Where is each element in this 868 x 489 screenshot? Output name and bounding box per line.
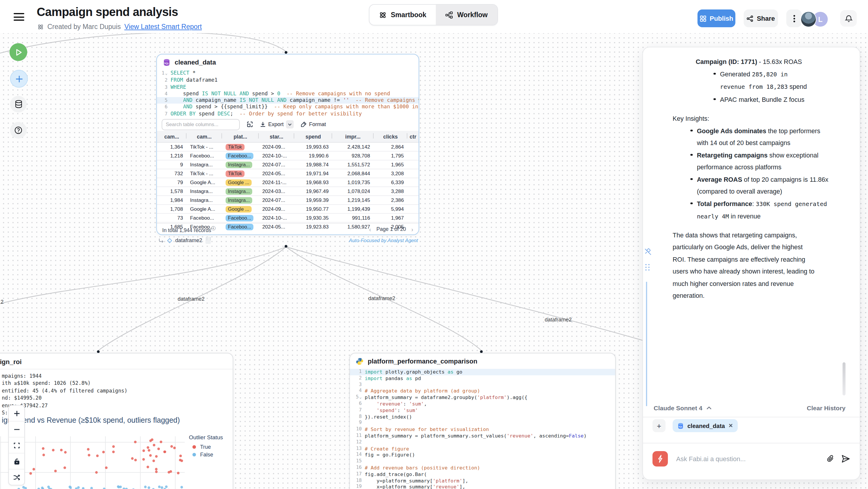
column-header[interactable]: clicks	[374, 131, 407, 142]
code-line: 1⌄SELECT *	[157, 70, 418, 77]
fit-view-button[interactable]	[9, 437, 24, 454]
return-arrow-icon	[159, 238, 164, 243]
platform-badge: Instagra...	[225, 161, 252, 168]
divider	[643, 417, 860, 417]
more-options-button[interactable]	[786, 9, 802, 27]
view-latest-smart-report-link[interactable]: View Latest Smart Report	[124, 23, 202, 30]
help-button[interactable]	[10, 122, 27, 139]
menu-icon[interactable]	[13, 13, 24, 21]
notifications-button[interactable]	[840, 10, 857, 27]
table-row[interactable]: 1,218Faceboo...Faceboo...2024-10-...19,9…	[157, 151, 418, 160]
expand-table-button[interactable]	[247, 121, 253, 127]
table-row[interactable]: 1,708Google A...Google ...2024-09...19,9…	[157, 205, 418, 213]
table-row[interactable]: 73Faceboo...Faceboo...2024-10-...19,930.…	[157, 213, 418, 222]
code-line: 12	[350, 439, 615, 446]
export-dropdown-chevron[interactable]	[286, 120, 294, 128]
add-node-button[interactable]	[10, 70, 28, 88]
column-header[interactable]: plat...	[222, 131, 259, 142]
export-button[interactable]: Export	[260, 120, 294, 128]
help-icon	[14, 126, 23, 134]
platform-badge: TikTok	[225, 144, 244, 150]
chat-message-block: Campaign (ID: 1771) - 15.63x ROAS	[696, 56, 860, 68]
download-icon	[260, 121, 266, 127]
screenshot-stage: dataframe2dataframe2dataframe22 SQL clea…	[0, 0, 868, 489]
shuffle-layout-button[interactable]	[9, 469, 24, 485]
legend-item-false[interactable]: False	[192, 452, 223, 458]
tab-smartbook[interactable]: Smartbook	[369, 5, 436, 25]
send-icon[interactable]	[841, 455, 850, 463]
chat-message-block: Key Insights:	[673, 113, 860, 125]
python-icon	[356, 357, 364, 365]
lock-button[interactable]	[9, 454, 24, 469]
node-cleaned-data-header[interactable]: SQL cleaned_data	[157, 55, 418, 70]
code-line: 10# Sort by revenue for better visualiza…	[350, 426, 615, 433]
table-row[interactable]: 1,364TikTok - ...TikTok2024-09...19,993.…	[157, 142, 418, 151]
chat-message-block: Google Ads dominates the top performers …	[690, 125, 831, 149]
legend-item-true[interactable]: True	[192, 444, 223, 450]
column-header[interactable]: star...	[259, 131, 294, 142]
node-header[interactable]: platform_performance_comparison	[350, 354, 615, 369]
format-button[interactable]: Format	[301, 121, 326, 127]
created-by: Created by Marc Dupuis	[48, 23, 121, 30]
column-header[interactable]: impr...	[332, 131, 374, 142]
code-line: 5 AND campaign_name IS NOT NULL AND camp…	[157, 97, 418, 104]
context-chip-cleaned-data[interactable]: SQL cleaned_data ✕	[673, 419, 738, 432]
sql-code-editor[interactable]: 1⌄SELECT *2FROM dataframe13WHERE4 spend …	[157, 70, 418, 117]
column-header[interactable]: ctr	[407, 131, 418, 142]
ai-chat-panel: Campaign (ID: 1771) - 15.63x ROASGenerat…	[643, 47, 860, 480]
table-header-row[interactable]: cam...cam...plat...star...spendimpr...cl…	[157, 131, 418, 142]
code-line: 6 'revenue': 'sum',	[350, 401, 615, 407]
chat-controls: Claude Sonnet 4 Clear History + SQL clea…	[643, 400, 860, 480]
column-header[interactable]: spend	[294, 131, 332, 142]
node-platform-performance-comparison[interactable]: platform_performance_comparison 1import …	[349, 353, 616, 489]
edge-label-dataframe2: dataframe2	[178, 296, 205, 302]
column-header[interactable]: cam...	[187, 131, 222, 142]
edge-label-dataframe2: dataframe2	[368, 296, 395, 301]
zoom-out-button[interactable]	[9, 422, 24, 437]
code-line: 15	[350, 458, 615, 465]
table-row[interactable]: 1,984Instagra...Instagra...2024-07...19,…	[157, 196, 418, 205]
table-row[interactable]: 9Instagra...Instagra...2024-07...19,988.…	[157, 160, 418, 169]
output-dataframe-label[interactable]: dataframe2	[175, 237, 202, 243]
platform-badge: TikTok	[225, 170, 244, 177]
attach-icon[interactable]	[827, 455, 834, 463]
search-table-columns-input[interactable]	[162, 119, 240, 130]
data-sources-button[interactable]	[10, 96, 27, 113]
avatar-photo[interactable]	[801, 11, 816, 27]
scatter-plot[interactable]	[0, 435, 187, 489]
chat-transcript[interactable]: Campaign (ID: 1771) - 15.63x ROASGenerat…	[643, 48, 860, 400]
table-row[interactable]: 79Google A...Google ...2024-11-...19,968…	[157, 178, 418, 187]
python-code-editor[interactable]: 1import plotly.graph_objects as go2impor…	[350, 369, 615, 489]
auto-focus-note: Auto-Focused by Analyst Agent	[349, 237, 418, 243]
publish-button[interactable]: Publish	[698, 9, 735, 27]
clear-history-button[interactable]: Clear History	[807, 404, 845, 411]
code-line: 16# Add revenue bars (positive direction…	[350, 465, 615, 471]
ask-question-input[interactable]	[675, 455, 819, 463]
svg-text:SQL: SQL	[164, 62, 169, 64]
atom-icon	[37, 23, 44, 30]
model-selector[interactable]: Claude Sonnet 4	[654, 404, 712, 411]
table-row[interactable]: 1,578Instagra...Instagra...2024-03...19,…	[157, 187, 418, 196]
info-icon[interactable]: ⓘ	[211, 225, 216, 231]
share-button[interactable]: Share	[744, 9, 778, 27]
run-workflow-button[interactable]	[9, 43, 27, 61]
database-icon	[14, 100, 22, 108]
panel-scrollbar[interactable]	[842, 362, 845, 395]
remove-chip-icon[interactable]: ✕	[728, 423, 733, 429]
add-context-button[interactable]: +	[652, 419, 665, 432]
next-page-button[interactable]: ›	[411, 226, 413, 232]
node-cleaned-data[interactable]: SQL cleaned_data 1⌄SELECT *2FROM datafra…	[156, 54, 419, 235]
drag-handle-icon[interactable]: ⋮⋮	[205, 237, 211, 244]
tab-workflow[interactable]: Workflow	[436, 5, 497, 25]
node-title: campaign_roi	[0, 358, 22, 365]
table-row[interactable]: 732TikTok - ...TikTok2024-05...19,971.94…	[157, 169, 418, 178]
chat-message-block: Average ROAS of top 20 campaigns is 11.8…	[690, 173, 831, 197]
prev-page-button[interactable]: ‹	[369, 226, 371, 232]
format-label: Format	[309, 121, 326, 127]
platform-badge: Instagra...	[225, 188, 252, 194]
column-header[interactable]: cam...	[157, 131, 187, 142]
zoom-in-button[interactable]	[9, 405, 24, 422]
chevron-up-icon	[707, 406, 712, 410]
bell-icon	[845, 14, 852, 22]
platform-badge: Google ...	[225, 179, 252, 186]
